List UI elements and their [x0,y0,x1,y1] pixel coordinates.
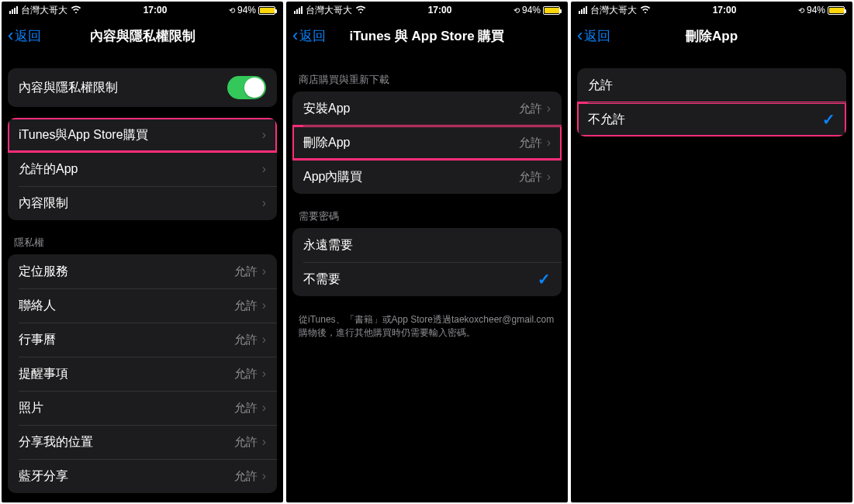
allow-row[interactable]: 允許 [577,68,846,102]
nav-bar: ‹ 返回 iTunes 與 App Store 購買 [286,19,568,53]
always-require-row[interactable]: 永遠需要 [292,228,562,262]
chevron-left-icon: ‹ [8,27,13,44]
chevron-right-icon: › [547,136,551,150]
battery-icon [828,6,845,15]
content-restrictions-row[interactable]: 內容限制 › [8,186,277,220]
back-button[interactable]: ‹ 返回 [577,27,610,45]
in-app-purchase-row[interactable]: App內購買 允許 › [292,160,562,194]
screen-itunes-appstore: 台灣大哥大 17:00 ⟲ 94% ‹ 返回 iTunes 與 App Stor… [286,2,568,502]
row-value: 允許 [234,469,258,484]
content-privacy-toggle-row[interactable]: 內容與隱私權限制 [8,68,277,107]
row-value: 允許 [234,333,258,347]
row-label: 聯絡人 [19,298,234,314]
row-label: App內購買 [303,169,519,185]
page-title: 刪除App [571,27,852,45]
bluetooth-share-row[interactable]: 藍牙分享 允許 › [8,459,277,493]
back-label: 返回 [584,27,610,45]
row-value: 允許 [519,170,542,185]
rotation-lock-icon: ⟲ [513,6,520,15]
row-label: 不允許 [588,112,822,128]
master-toggle-group: 內容與隱私權限制 [8,68,277,107]
password-group: 永遠需要 不需要 ✓ [292,228,562,296]
row-label: 行事曆 [19,332,234,348]
row-label: 定位服務 [19,264,234,280]
clock: 17:00 [366,5,513,16]
row-label: 允許的App [19,161,262,178]
battery-pct: 94% [237,5,256,16]
chevron-left-icon: ‹ [292,27,298,44]
carrier-label: 台灣大哥大 [590,4,637,17]
back-button[interactable]: ‹ 返回 [292,27,326,45]
row-value: 允許 [519,136,542,150]
status-bar: 台灣大哥大 17:00 ⟲ 94% [286,2,568,19]
screen-delete-app: 台灣大哥大 17:00 ⟲ 94% ‹ 返回 刪除App 允許 不允許 ✓ [571,2,852,502]
signal-icon [294,6,303,14]
row-label: 分享我的位置 [19,434,234,450]
rotation-lock-icon: ⟲ [229,6,235,15]
chevron-right-icon: › [262,435,266,449]
checkmark-icon: ✓ [538,270,551,288]
row-value: 允許 [234,367,258,381]
delete-apps-row[interactable]: 刪除App 允許 › [292,126,562,160]
chevron-right-icon: › [262,196,266,210]
screen-content-privacy: 台灣大哥大 17:00 ⟲ 94% ‹ 返回 內容與隱私權限制 內容與隱私權限制 [2,2,283,502]
row-label: 照片 [19,400,234,416]
contacts-row[interactable]: 聯絡人 允許 › [8,288,277,323]
allow-group: 允許 不允許 ✓ [577,68,846,136]
store-header: 商店購買與重新下載 [286,68,568,91]
chevron-right-icon: › [262,401,266,415]
password-header: 需要密碼 [286,205,568,228]
password-footer: 從iTunes、「書籍」或App Store透過taekoxcheer@gmai… [286,307,568,347]
row-value: 允許 [234,299,258,313]
wifi-icon [71,5,81,16]
row-label: 允許 [588,78,835,94]
chevron-right-icon: › [262,264,266,278]
status-bar: 台灣大哥大 17:00 ⟲ 94% [571,2,852,19]
back-button[interactable]: ‹ 返回 [8,27,41,45]
status-bar: 台灣大哥大 17:00 ⟲ 94% [2,2,283,19]
back-label: 返回 [15,27,41,45]
allowed-apps-row[interactable]: 允許的App › [8,152,277,186]
location-services-row[interactable]: 定位服務 允許 › [8,254,277,288]
row-value: 允許 [234,401,258,416]
battery-icon [543,6,560,15]
row-label: 永遠需要 [303,237,551,254]
privacy-header: 隱私權 [2,231,283,254]
chevron-right-icon: › [262,469,266,483]
wifi-icon [640,5,651,16]
chevron-right-icon: › [262,299,266,312]
install-apps-row[interactable]: 安裝App 允許 › [292,91,562,126]
battery-pct: 94% [807,5,825,16]
not-required-row[interactable]: 不需要 ✓ [292,262,562,296]
chevron-right-icon: › [262,333,266,347]
chevron-right-icon: › [262,128,266,142]
row-label: iTunes與App Store購買 [19,127,262,143]
rotation-lock-icon: ⟲ [798,6,804,15]
battery-icon [258,6,275,15]
back-label: 返回 [299,27,326,45]
chevron-right-icon: › [262,162,266,176]
page-title: iTunes 與 App Store 購買 [286,27,568,45]
dont-allow-row[interactable]: 不允許 ✓ [577,102,846,136]
reminders-row[interactable]: 提醒事項 允許 › [8,357,277,391]
calendar-row[interactable]: 行事曆 允許 › [8,323,277,357]
photos-row[interactable]: 照片 允許 › [8,391,277,425]
itunes-appstore-row[interactable]: iTunes與App Store購買 › [8,118,277,152]
store-group: 安裝App 允許 › 刪除App 允許 › App內購買 允許 › [292,91,562,194]
toggle-label: 內容與隱私權限制 [19,80,227,96]
nav-bar: ‹ 返回 內容與隱私權限制 [2,19,283,53]
chevron-left-icon: ‹ [577,27,583,44]
clock: 17:00 [81,5,229,16]
row-label: 藍牙分享 [19,468,234,485]
row-value: 允許 [234,264,258,279]
row-label: 內容限制 [19,195,262,212]
toggle-switch-on[interactable] [227,76,266,99]
chevron-right-icon: › [262,367,266,381]
row-value: 允許 [519,102,542,116]
share-location-row[interactable]: 分享我的位置 允許 › [8,425,277,459]
wifi-icon [355,5,366,16]
clock: 17:00 [651,5,798,16]
chevron-right-icon: › [547,170,551,184]
row-label: 刪除App [303,135,519,151]
row-value: 允許 [234,435,258,450]
